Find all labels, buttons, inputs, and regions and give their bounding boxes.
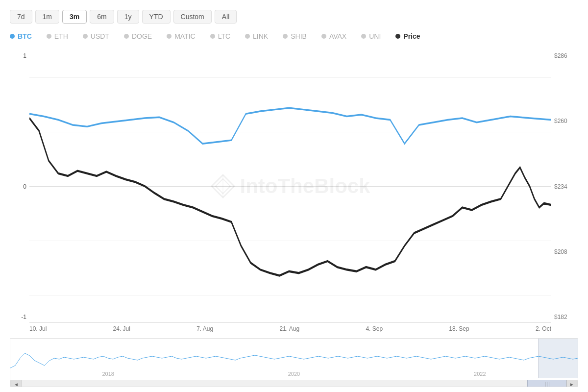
legend-item-usdt[interactable]: USDT bbox=[83, 32, 109, 40]
chart-legend: BTCETHUSDTDOGEMATICLTCLINKSHIBAVAXUNIPri… bbox=[10, 32, 353, 40]
legend-item-doge[interactable]: DOGE bbox=[124, 32, 152, 40]
y-axis-right-label: $286 bbox=[554, 52, 578, 59]
x-axis-label: 18. Sep bbox=[449, 325, 469, 332]
y-axis-right-label: $234 bbox=[554, 183, 578, 190]
legend-dot-usdt bbox=[83, 34, 88, 39]
navigator-year-label: 2018 bbox=[102, 371, 114, 377]
legend-item-price[interactable]: Price bbox=[395, 32, 420, 40]
legend-item-shib[interactable]: SHIB bbox=[283, 32, 307, 40]
time-btn-6m[interactable]: 6m bbox=[90, 10, 114, 24]
time-btn-custom[interactable]: Custom bbox=[173, 10, 212, 24]
navigator-years: 201820202022 bbox=[10, 370, 578, 378]
navigator-year-label: 2022 bbox=[474, 371, 486, 377]
legend-dot-link bbox=[245, 34, 250, 39]
x-axis-label: 21. Aug bbox=[279, 325, 299, 332]
navigator[interactable]: 201820202022 ◄ ► bbox=[10, 338, 578, 387]
legend-label-avax: AVAX bbox=[329, 32, 346, 40]
x-axis-label: 7. Aug bbox=[196, 325, 213, 332]
navigator-inner: 201820202022 bbox=[10, 339, 578, 378]
main-chart: IntoTheBlock bbox=[29, 50, 551, 323]
legend-dot-matic bbox=[167, 34, 172, 39]
legend-item-btc[interactable]: BTC bbox=[10, 32, 32, 40]
scrollbar-handle-line-3 bbox=[549, 382, 549, 387]
main-container: 7d1m3m6m1yYTDCustomAll BTCETHUSDTDOGEMAT… bbox=[0, 0, 588, 392]
y-axis-left-label: -1 bbox=[10, 314, 26, 320]
y-axis-right: $286$260$234$208$182 bbox=[551, 50, 578, 323]
y-axis-right-label: $182 bbox=[554, 314, 578, 320]
legend-label-btc: BTC bbox=[18, 32, 32, 40]
time-btn-ytd[interactable]: YTD bbox=[142, 10, 171, 24]
scrollbar-area bbox=[22, 380, 566, 387]
legend-label-link: LINK bbox=[253, 32, 268, 40]
main-chart-wrapper: 10-1 IntoTheBlock bbox=[10, 50, 578, 323]
legend-item-matic[interactable]: MATIC bbox=[167, 32, 196, 40]
legend-item-link[interactable]: LINK bbox=[245, 32, 268, 40]
scrollbar-thumb[interactable] bbox=[527, 380, 566, 387]
time-btn-all[interactable]: All bbox=[215, 10, 237, 24]
legend-label-matic: MATIC bbox=[174, 32, 196, 40]
legend-label-price: Price bbox=[403, 32, 420, 40]
y-axis-left-label: 1 bbox=[10, 52, 26, 59]
legend-label-ltc: LTC bbox=[218, 32, 230, 40]
legend-label-doge: DOGE bbox=[132, 32, 152, 40]
legend-dot-price bbox=[395, 34, 400, 39]
legend-dot-avax bbox=[321, 34, 326, 39]
legend-dot-eth bbox=[47, 34, 51, 39]
scrollbar-handle-line-1 bbox=[545, 382, 545, 387]
time-btn-3m[interactable]: 3m bbox=[62, 10, 87, 24]
legend-dot-shib bbox=[283, 34, 288, 39]
legend-label-eth: ETH bbox=[54, 32, 68, 40]
x-axis-label: 24. Jul bbox=[113, 325, 130, 332]
legend-dot-uni bbox=[361, 34, 366, 39]
legend-label-usdt: USDT bbox=[91, 32, 109, 40]
y-axis-left-label: 0 bbox=[10, 183, 26, 190]
legend-row: LINKSHIBAVAXUNIPrice bbox=[245, 32, 420, 40]
legend-label-uni: UNI bbox=[369, 32, 381, 40]
scrollbar-left-btn[interactable]: ◄ bbox=[11, 380, 22, 387]
x-axis-label: 10. Jul bbox=[29, 325, 47, 332]
scrollbar-right-btn[interactable]: ► bbox=[566, 380, 577, 387]
x-axis-label: 4. Sep bbox=[366, 325, 383, 332]
time-range-selector: 7d1m3m6m1yYTDCustomAll bbox=[10, 10, 578, 24]
legend-item-eth[interactable]: ETH bbox=[47, 32, 68, 40]
legend-item-uni[interactable]: UNI bbox=[361, 32, 381, 40]
legend-row: BTCETHUSDTDOGEMATICLTC bbox=[10, 32, 230, 40]
legend-dot-doge bbox=[124, 34, 129, 39]
time-btn-1m[interactable]: 1m bbox=[35, 10, 59, 24]
y-axis-right-label: $208 bbox=[554, 248, 578, 255]
legend-label-shib: SHIB bbox=[291, 32, 307, 40]
navigator-year-label: 2020 bbox=[288, 371, 300, 377]
chart-section: 10-1 IntoTheBlock bbox=[10, 50, 578, 387]
legend-item-avax[interactable]: AVAX bbox=[321, 32, 346, 40]
scrollbar-handle-line-2 bbox=[547, 382, 547, 387]
time-btn-1y[interactable]: 1y bbox=[117, 10, 139, 24]
x-axis-label: 2. Oct bbox=[536, 325, 551, 332]
time-btn-7d[interactable]: 7d bbox=[10, 10, 32, 24]
legend-dot-btc bbox=[10, 34, 15, 39]
x-axis: 10. Jul24. Jul7. Aug21. Aug4. Sep18. Sep… bbox=[10, 323, 578, 332]
scrollbar-track: ◄ ► bbox=[10, 380, 578, 387]
y-axis-left: 10-1 bbox=[10, 50, 29, 323]
chart-svg bbox=[29, 50, 551, 322]
legend-dot-ltc bbox=[210, 34, 215, 39]
y-axis-right-label: $260 bbox=[554, 118, 578, 124]
legend-item-ltc[interactable]: LTC bbox=[210, 32, 230, 40]
